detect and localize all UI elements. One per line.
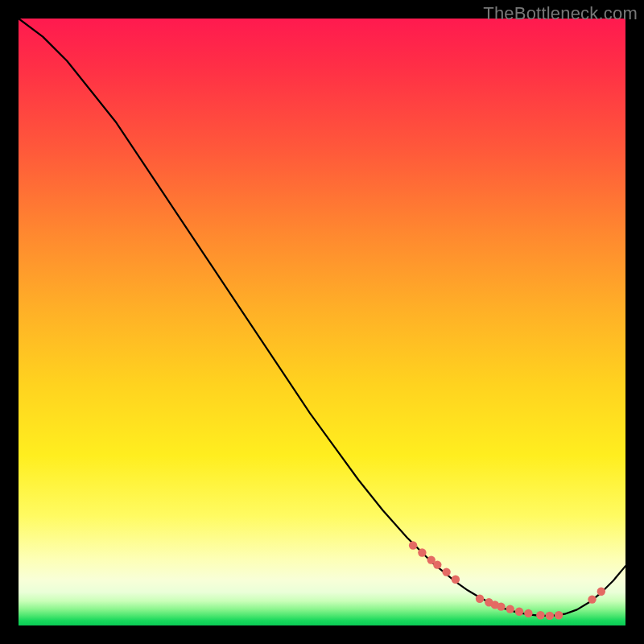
marker-point xyxy=(433,560,441,568)
watermark-text: TheBottleneck.com xyxy=(483,3,638,24)
marker-point xyxy=(452,576,460,584)
bottleneck-curve xyxy=(19,19,625,616)
marker-point xyxy=(524,609,532,617)
chart-container: TheBottleneck.com xyxy=(0,0,644,644)
marker-point xyxy=(555,611,563,619)
curve-layer xyxy=(19,19,625,625)
marker-point xyxy=(506,605,514,613)
marker-point xyxy=(497,602,505,610)
marker-point xyxy=(546,612,554,620)
marker-point xyxy=(588,595,596,603)
marker-point xyxy=(597,588,605,596)
marker-point xyxy=(418,548,426,556)
marker-point xyxy=(476,595,484,603)
marker-point xyxy=(515,608,523,616)
marker-group xyxy=(409,541,605,620)
marker-point xyxy=(536,611,544,619)
plot-area xyxy=(19,19,625,625)
marker-point xyxy=(409,541,417,549)
marker-point xyxy=(442,568,450,576)
